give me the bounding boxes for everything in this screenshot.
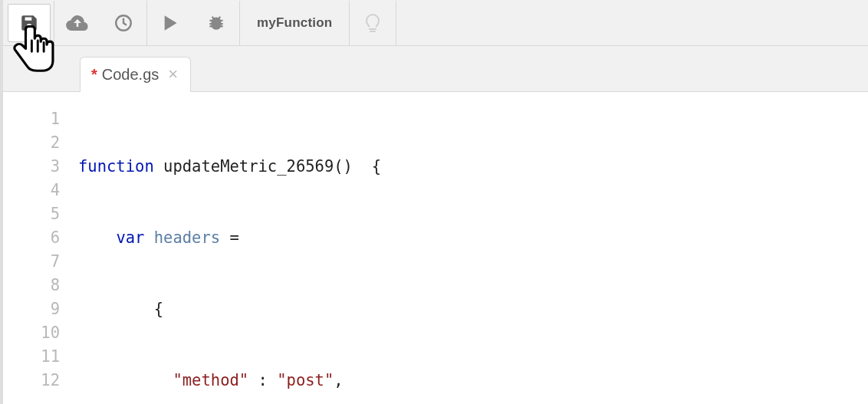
run-button[interactable] xyxy=(147,1,193,45)
line-number: 3 xyxy=(3,155,60,179)
line-number: 8 xyxy=(3,274,60,297)
file-tab[interactable]: * Code.gs × xyxy=(80,57,191,92)
line-number: 10 xyxy=(3,321,60,345)
line-number: 2 xyxy=(3,131,60,155)
line-number: 5 xyxy=(3,202,60,226)
deploy-button[interactable] xyxy=(54,1,100,45)
code-line: var headers = xyxy=(78,226,868,250)
function-name-label: myFunction xyxy=(257,15,332,31)
triggers-button[interactable] xyxy=(100,1,146,45)
save-button[interactable] xyxy=(8,4,51,42)
code-area[interactable]: function updateMetric_26569() { var head… xyxy=(72,92,868,404)
tab-bar: * Code.gs × xyxy=(3,46,868,92)
line-gutter: 1 2 3 4 5 6 7 8 9 10 11 12 xyxy=(3,92,72,404)
code-line: { xyxy=(78,297,868,321)
code-line: function updateMetric_26569() { xyxy=(78,155,868,179)
close-icon[interactable]: × xyxy=(168,66,178,83)
line-number: 9 xyxy=(3,297,60,321)
separator xyxy=(396,1,396,45)
debug-button[interactable] xyxy=(193,1,239,45)
code-editor[interactable]: 1 2 3 4 5 6 7 8 9 10 11 12 function upda… xyxy=(3,92,868,404)
line-number: 7 xyxy=(3,250,60,274)
dirty-indicator: * xyxy=(91,66,97,84)
toolbar: myFunction xyxy=(3,0,868,46)
line-number: 1 xyxy=(3,107,60,131)
function-selector[interactable]: myFunction xyxy=(240,1,349,45)
line-number: 4 xyxy=(3,179,60,202)
line-number: 6 xyxy=(3,226,60,250)
hint-button[interactable] xyxy=(350,1,396,45)
line-number: 11 xyxy=(3,345,60,369)
line-number: 12 xyxy=(3,369,60,393)
code-line: "method" : "post", xyxy=(78,369,868,393)
tab-filename: Code.gs xyxy=(102,66,159,84)
